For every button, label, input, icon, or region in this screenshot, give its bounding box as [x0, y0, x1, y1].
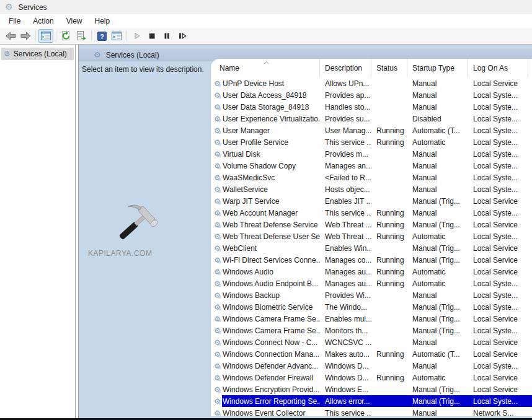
service-row[interactable]: ⚙ ⚙ Windows Connection Mana... Makes aut… — [211, 348, 532, 360]
service-row[interactable]: ⚙ ⚙ Web Account Manager This service ...… — [211, 207, 532, 219]
service-description: Windows D... — [320, 374, 371, 382]
service-row[interactable]: ⚙ ⚙ Virtual Disk Provides m... Manual Lo… — [211, 148, 532, 160]
forward-icon — [20, 32, 31, 40]
service-row[interactable]: ⚙ ⚙ Windows Camera Frame Se... Enables m… — [211, 313, 532, 325]
service-log-on-as: Local Syste... — [468, 291, 532, 300]
service-log-on-as: Local Syste... — [468, 173, 532, 182]
service-startup-type: Automatic — [407, 232, 468, 241]
service-row[interactable]: ⚙ ⚙ User Profile Service This service ..… — [211, 136, 532, 148]
service-row[interactable]: ⚙ ⚙ User Data Access_84918 Provides ap..… — [211, 89, 532, 101]
service-row[interactable]: ⚙ ⚙ Windows Audio Manages au... Running … — [211, 266, 532, 278]
service-rows: ⚙ ⚙ UPnP Device Host Allows UPn... Manua… — [211, 77, 532, 416]
service-row[interactable]: ⚙ ⚙ WalletService Hosts objec... Manual … — [211, 183, 532, 195]
service-description: Provides Wi... — [320, 291, 371, 300]
service-description: Enables JIT ... — [320, 197, 371, 206]
service-gear-small-icon: ⚙ — [218, 201, 221, 205]
service-startup-type: Manual — [407, 338, 468, 347]
forward-button[interactable] — [18, 29, 33, 43]
service-log-on-as: Local Syste... — [468, 185, 532, 194]
service-row[interactable]: ⚙ ⚙ Windows Audio Endpoint B... Manages … — [211, 278, 532, 289]
service-icon-cell: ⚙ ⚙ — [211, 301, 222, 313]
service-row[interactable]: ⚙ ⚙ Windows Encryption Provid... Windows… — [211, 383, 532, 395]
column-header-status[interactable]: Status — [371, 59, 407, 77]
menu-action[interactable]: Action — [27, 15, 60, 27]
refresh-button[interactable] — [59, 29, 74, 43]
service-gear-small-icon: ⚙ — [218, 95, 221, 99]
menu-bar: File Action View Help — [0, 14, 532, 28]
service-description: This service ... — [320, 409, 371, 417]
service-log-on-as: Network S... — [468, 409, 532, 417]
service-row[interactable]: ⚙ ⚙ Windows Connect Now - C... WCNCSVC .… — [211, 336, 532, 348]
service-row[interactable]: ⚙ ⚙ Windows Error Reporting Se... Allows… — [211, 395, 532, 407]
service-icon-cell: ⚙ ⚙ — [211, 172, 222, 183]
service-row[interactable]: ⚙ ⚙ Web Threat Defense User Se... Web Th… — [211, 230, 532, 242]
service-row[interactable]: ⚙ ⚙ Windows Defender Advanc... Windows D… — [211, 360, 532, 372]
service-icon-cell: ⚙ ⚙ — [211, 360, 222, 372]
menu-view[interactable]: View — [60, 15, 89, 27]
service-log-on-as: Local Service — [468, 374, 532, 382]
service-startup-type: Manual (Trig... — [407, 385, 468, 394]
service-icon-cell: ⚙ ⚙ — [211, 136, 222, 148]
menu-help[interactable]: Help — [89, 15, 117, 27]
service-description: Web Threat ... — [320, 232, 371, 241]
service-row[interactable]: ⚙ ⚙ User Manager User Manag... Running A… — [211, 125, 532, 136]
service-row[interactable]: ⚙ ⚙ User Data Storage_84918 Handles sto.… — [211, 101, 532, 113]
service-description: Hosts objec... — [320, 185, 371, 194]
service-row[interactable]: ⚙ ⚙ Windows Defender Firewall Windows D.… — [211, 372, 532, 383]
service-row[interactable]: ⚙ ⚙ WaaSMedicSvc <Failed to R... Manual … — [211, 172, 532, 183]
show-action-pane-button[interactable] — [109, 29, 124, 43]
service-row[interactable]: ⚙ ⚙ UPnP Device Host Allows UPn... Manua… — [211, 77, 532, 89]
service-icon-cell: ⚙ ⚙ — [211, 148, 222, 160]
service-status: Running — [371, 268, 407, 276]
service-gear-small-icon: ⚙ — [218, 83, 221, 87]
service-icon-cell: ⚙ ⚙ — [211, 125, 222, 136]
service-row[interactable]: ⚙ ⚙ Windows Backup Provides Wi... Manual… — [211, 289, 532, 301]
help-button[interactable]: ? — [94, 29, 109, 43]
start-service-button[interactable] — [130, 29, 144, 43]
service-row[interactable]: ⚙ ⚙ Volume Shadow Copy Manages an... Man… — [211, 160, 532, 172]
service-row[interactable]: ⚙ ⚙ User Experience Virtualizatio... Pro… — [211, 113, 532, 125]
pause-service-icon — [162, 32, 171, 40]
service-description: Manages an... — [320, 162, 371, 170]
service-row[interactable]: ⚙ ⚙ Windows Event Collector This service… — [211, 407, 532, 416]
column-header-startup-type[interactable]: Startup Type — [407, 59, 468, 77]
service-row[interactable]: ⚙ ⚙ Wi-Fi Direct Services Conne... Manag… — [211, 254, 532, 266]
tree-item-services-local[interactable]: ⚙ Services (Local) — [1, 48, 74, 60]
service-row[interactable]: ⚙ ⚙ Windows Biometric Service The Windo.… — [211, 301, 532, 313]
service-name: Web Threat Defense User Se... — [222, 232, 320, 241]
stop-service-button[interactable] — [144, 29, 159, 43]
service-name: User Manager — [222, 126, 320, 135]
column-header-log-on-as[interactable]: Log On As — [468, 59, 528, 77]
list-header: Name Description Status Startup Type Log… — [211, 59, 532, 77]
service-row[interactable]: ⚙ ⚙ Warp JIT Service Enables JIT ... Man… — [211, 195, 532, 207]
service-row[interactable]: ⚙ ⚙ Windows Camera Frame Se... Monitors … — [211, 325, 532, 336]
panel-header-title: Services (Local) — [106, 51, 159, 59]
export-list-button[interactable] — [74, 29, 89, 43]
show-console-tree-button[interactable] — [38, 29, 53, 43]
service-startup-type: Automatic (T... — [407, 126, 468, 135]
service-description: Windows D... — [320, 362, 371, 370]
service-description: Monitors th... — [320, 326, 371, 335]
service-startup-type: Manual (Trig... — [407, 397, 468, 406]
back-button[interactable] — [3, 29, 18, 43]
service-gear-small-icon: ⚙ — [218, 283, 221, 287]
service-icon-cell: ⚙ ⚙ — [211, 348, 222, 360]
service-name: Windows Defender Advanc... — [222, 362, 320, 370]
menu-file[interactable]: File — [2, 15, 27, 27]
service-row[interactable]: ⚙ ⚙ WebClient Enables Win... Manual (Tri… — [211, 242, 532, 254]
service-name: Warp JIT Service — [222, 197, 320, 206]
service-icon-cell: ⚙ ⚙ — [211, 254, 222, 266]
column-header-description[interactable]: Description — [320, 59, 371, 77]
service-description: Manages au... — [320, 279, 371, 288]
service-gear-small-icon: ⚙ — [218, 354, 221, 358]
pause-service-button[interactable] — [159, 29, 174, 43]
service-row[interactable]: ⚙ ⚙ Web Threat Defense Service Web Threa… — [211, 219, 532, 230]
service-startup-type: Manual — [407, 103, 468, 112]
service-log-on-as: Local Service — [468, 338, 532, 347]
service-name: Windows Camera Frame Se... — [222, 326, 320, 335]
restart-service-button[interactable] — [174, 29, 189, 43]
service-log-on-as: Local Syste... — [468, 279, 532, 288]
service-gear-small-icon: ⚙ — [218, 365, 221, 370]
service-status: Running — [371, 350, 407, 359]
service-description: Web Threat ... — [320, 221, 371, 229]
